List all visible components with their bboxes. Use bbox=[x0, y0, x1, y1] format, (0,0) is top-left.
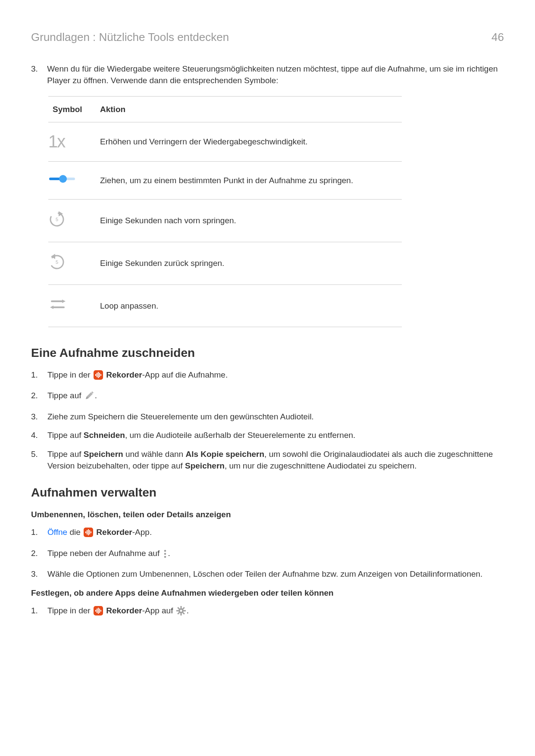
breadcrumb: Grundlagen : Nützliche Tools entdecken bbox=[31, 29, 229, 46]
gear-icon bbox=[176, 606, 186, 619]
loop-icon bbox=[48, 295, 67, 313]
app-name: Rekorder bbox=[106, 370, 142, 379]
text: Tippe in der bbox=[47, 606, 93, 615]
list-number: 3. bbox=[31, 568, 47, 580]
text: -App. bbox=[132, 528, 152, 537]
skip-forward-icon bbox=[48, 210, 66, 228]
open-link[interactable]: Öffne bbox=[47, 528, 67, 537]
text: , um die Audioteile außerhalb der Steuer… bbox=[125, 431, 355, 440]
bold-text: Speichern bbox=[84, 450, 123, 459]
text: Ziehe zum Speichern die Steuerelemente u… bbox=[47, 411, 504, 423]
list-item: 1. Tippe in der Rekorder-App auf die Auf… bbox=[31, 369, 504, 383]
action-text: Einige Sekunden zurück springen. bbox=[96, 242, 402, 284]
subheading-rename: Umbenennen, löschen, teilen oder Details… bbox=[31, 509, 504, 521]
list-number: 2. bbox=[31, 547, 47, 562]
list-item: 5. Tippe auf Speichern und wähle dann Al… bbox=[31, 448, 504, 472]
list-number: 1. bbox=[31, 526, 47, 540]
table-row: 1x Erhöhen und Verringern der Wiedergabe… bbox=[48, 122, 402, 162]
text: Tippe auf bbox=[47, 391, 84, 400]
app-name: Rekorder bbox=[106, 606, 142, 615]
list-item: 4. Tippe auf Schneiden, um die Audioteil… bbox=[31, 429, 504, 441]
table-row: Ziehen, um zu einem bestimmten Punkt in … bbox=[48, 161, 402, 200]
bold-text: Als Kopie speichern bbox=[185, 450, 264, 459]
bold-text: Speichern bbox=[185, 461, 225, 470]
steps-manage-2: 1. Tippe in der Rekorder-App auf . bbox=[31, 605, 504, 619]
steps-manage-1: 1. Öffne die Rekorder-App. 2. Tippe nebe… bbox=[31, 526, 504, 580]
text: -App auf die Aufnahme. bbox=[142, 370, 228, 379]
list-item: 2. Tippe neben der Aufnahme auf . bbox=[31, 547, 504, 562]
table-row: Einige Sekunden zurück springen. bbox=[48, 242, 402, 284]
speed-1x-icon: 1x bbox=[48, 132, 65, 151]
list-item: 2. Tippe auf . bbox=[31, 390, 504, 404]
text: -App auf bbox=[142, 606, 175, 615]
app-name: Rekorder bbox=[96, 528, 132, 537]
rekorder-app-icon bbox=[84, 528, 93, 540]
text: Tippe auf bbox=[47, 450, 84, 459]
text: . bbox=[168, 549, 170, 558]
subheading-permissions: Festlegen, ob andere Apps deine Aufnahme… bbox=[31, 587, 504, 599]
list-number: 3. bbox=[31, 63, 45, 75]
bold-text: Schneiden bbox=[84, 431, 125, 440]
text: . bbox=[187, 606, 189, 615]
table-row: Loop anpassen. bbox=[48, 284, 402, 327]
list-number: 4. bbox=[31, 429, 47, 441]
page-number: 46 bbox=[491, 29, 504, 46]
list-number: 2. bbox=[31, 390, 47, 404]
list-item: 1. Öffne die Rekorder-App. bbox=[31, 526, 504, 540]
text: , um nur die zugeschnittene Audiodatei z… bbox=[225, 461, 417, 470]
text: Tippe neben der Aufnahme auf bbox=[47, 549, 162, 558]
list-number: 5. bbox=[31, 448, 47, 472]
list-item: 3. Wähle die Optionen zum Umbenennen, Lö… bbox=[31, 568, 504, 580]
slider-icon bbox=[48, 172, 77, 186]
heading-manage: Aufnahmen verwalten bbox=[31, 484, 504, 502]
text: und wähle dann bbox=[123, 450, 186, 459]
rekorder-app-icon bbox=[94, 606, 103, 619]
skip-back-icon bbox=[48, 253, 66, 271]
table-header-symbol: Symbol bbox=[48, 96, 96, 122]
steps-trim: 1. Tippe in der Rekorder-App auf die Auf… bbox=[31, 369, 504, 472]
list-item: 3. Ziehe zum Speichern die Steuerelement… bbox=[31, 411, 504, 423]
table-header-action: Aktion bbox=[96, 96, 402, 122]
list-item: 1. Tippe in der Rekorder-App auf . bbox=[31, 605, 504, 619]
rekorder-app-icon bbox=[94, 370, 103, 383]
intro-list-item: 3. Wenn du für die Wiedergabe weitere St… bbox=[31, 63, 504, 87]
action-text: Loop anpassen. bbox=[96, 284, 402, 327]
heading-trim: Eine Aufnahme zuschneiden bbox=[31, 344, 504, 362]
text: Tippe auf bbox=[47, 431, 84, 440]
text: Wähle die Optionen zum Umbenennen, Lösch… bbox=[47, 568, 504, 580]
symbol-action-table: Symbol Aktion 1x Erhöhen und Verringern … bbox=[48, 96, 402, 327]
action-text: Erhöhen und Verringern der Wiedergabeges… bbox=[96, 122, 402, 162]
text: die bbox=[67, 528, 83, 537]
action-text: Einige Sekunden nach vorn springen. bbox=[96, 200, 402, 242]
list-number: 1. bbox=[31, 369, 47, 383]
list-number: 3. bbox=[31, 411, 47, 423]
intro-text: Wenn du für die Wiedergabe weitere Steue… bbox=[47, 63, 503, 87]
list-number: 1. bbox=[31, 605, 47, 619]
more-icon bbox=[163, 550, 167, 562]
table-row: Einige Sekunden nach vorn springen. bbox=[48, 200, 402, 242]
action-text: Ziehen, um zu einem bestimmten Punkt in … bbox=[96, 161, 402, 200]
pencil-icon bbox=[84, 391, 94, 404]
text: . bbox=[95, 391, 97, 400]
text: Tippe in der bbox=[47, 370, 93, 379]
